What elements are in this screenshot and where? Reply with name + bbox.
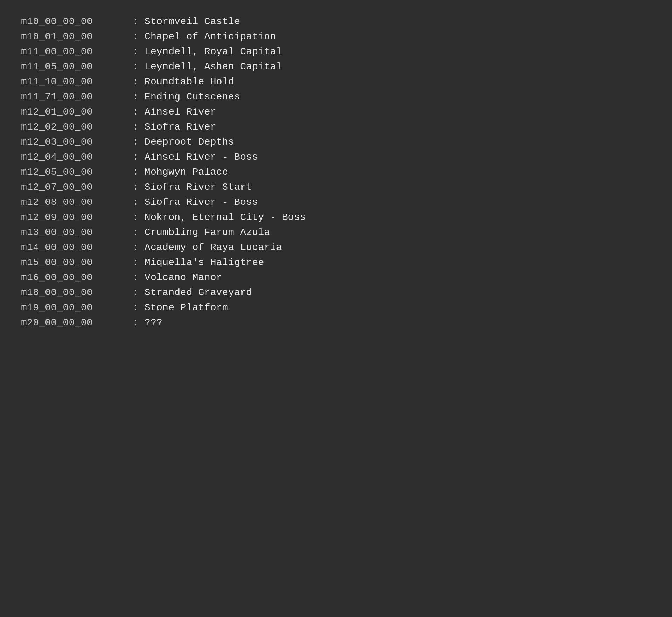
entry-value: Leyndell, Royal Capital	[145, 46, 282, 57]
list-item: m12_09_00_00: Nokron, Eternal City - Bos…	[21, 210, 651, 225]
entry-separator: :	[133, 227, 139, 238]
list-item: m12_08_00_00: Siofra River - Boss	[21, 195, 651, 210]
entry-value: Siofra River Start	[145, 182, 252, 193]
entry-key: m12_08_00_00	[21, 197, 133, 208]
entry-separator: :	[133, 302, 139, 313]
entry-separator: :	[133, 287, 139, 298]
entry-key: m10_00_00_00	[21, 16, 133, 27]
entry-key: m15_00_00_00	[21, 257, 133, 268]
entry-value: Crumbling Farum Azula	[145, 227, 270, 238]
list-item: m12_05_00_00: Mohgwyn Palace	[21, 165, 651, 180]
list-item: m18_00_00_00: Stranded Graveyard	[21, 285, 651, 300]
entry-value: Stormveil Castle	[145, 16, 240, 27]
entry-value: ???	[145, 317, 162, 328]
entry-value: Miquella's Haligtree	[145, 257, 264, 268]
entry-separator: :	[133, 182, 139, 193]
list-item: m12_01_00_00: Ainsel River	[21, 104, 651, 119]
entry-separator: :	[133, 137, 139, 147]
entry-key: m12_09_00_00	[21, 212, 133, 223]
list-item: m14_00_00_00: Academy of Raya Lucaria	[21, 240, 651, 255]
list-item: m11_05_00_00: Leyndell, Ashen Capital	[21, 59, 651, 74]
entry-key: m11_05_00_00	[21, 61, 133, 72]
entry-value: Volcano Manor	[145, 272, 222, 283]
entry-key: m11_10_00_00	[21, 76, 133, 87]
entry-key: m11_71_00_00	[21, 91, 133, 102]
entry-key: m10_01_00_00	[21, 31, 133, 42]
list-item: m12_04_00_00: Ainsel River - Boss	[21, 150, 651, 165]
entry-value: Chapel of Anticipation	[145, 31, 276, 42]
entry-separator: :	[133, 197, 139, 208]
entry-value: Stone Platform	[145, 302, 228, 313]
entry-key: m12_01_00_00	[21, 106, 133, 117]
list-item: m11_00_00_00: Leyndell, Royal Capital	[21, 44, 651, 59]
entry-key: m12_03_00_00	[21, 137, 133, 147]
entry-value: Siofra River - Boss	[145, 197, 258, 208]
entry-key: m20_00_00_00	[21, 317, 133, 328]
entry-key: m11_00_00_00	[21, 46, 133, 57]
entry-list: m10_00_00_00: Stormveil Castlem10_01_00_…	[21, 14, 651, 330]
entry-key: m12_07_00_00	[21, 182, 133, 193]
entry-key: m16_00_00_00	[21, 272, 133, 283]
entry-separator: :	[133, 91, 139, 102]
entry-value: Academy of Raya Lucaria	[145, 242, 282, 253]
entry-value: Mohgwyn Palace	[145, 167, 228, 178]
entry-value: Siofra River	[145, 122, 216, 132]
entry-value: Ending Cutscenes	[145, 91, 240, 102]
list-item: m10_00_00_00: Stormveil Castle	[21, 14, 651, 29]
list-item: m11_10_00_00: Roundtable Hold	[21, 74, 651, 89]
entry-key: m12_02_00_00	[21, 122, 133, 132]
entry-value: Nokron, Eternal City - Boss	[145, 212, 306, 223]
entry-value: Ainsel River - Boss	[145, 152, 258, 162]
entry-separator: :	[133, 317, 139, 328]
list-item: m11_71_00_00: Ending Cutscenes	[21, 89, 651, 104]
list-item: m10_01_00_00: Chapel of Anticipation	[21, 29, 651, 44]
list-item: m12_02_00_00: Siofra River	[21, 119, 651, 134]
list-item: m16_00_00_00: Volcano Manor	[21, 270, 651, 285]
list-item: m20_00_00_00: ???	[21, 315, 651, 330]
entry-separator: :	[133, 106, 139, 117]
entry-value: Stranded Graveyard	[145, 287, 252, 298]
entry-separator: :	[133, 61, 139, 72]
entry-value: Deeproot Depths	[145, 137, 234, 147]
entry-separator: :	[133, 16, 139, 27]
entry-separator: :	[133, 46, 139, 57]
entry-separator: :	[133, 242, 139, 253]
entry-key: m14_00_00_00	[21, 242, 133, 253]
entry-key: m12_04_00_00	[21, 152, 133, 162]
entry-value: Ainsel River	[145, 106, 216, 117]
entry-separator: :	[133, 152, 139, 162]
entry-separator: :	[133, 31, 139, 42]
main-container: m10_00_00_00: Stormveil Castlem10_01_00_…	[21, 14, 651, 330]
entry-key: m12_05_00_00	[21, 167, 133, 178]
entry-separator: :	[133, 122, 139, 132]
entry-separator: :	[133, 257, 139, 268]
entry-key: m13_00_00_00	[21, 227, 133, 238]
entry-key: m18_00_00_00	[21, 287, 133, 298]
entry-separator: :	[133, 167, 139, 178]
list-item: m12_03_00_00: Deeproot Depths	[21, 134, 651, 150]
entry-separator: :	[133, 212, 139, 223]
list-item: m19_00_00_00: Stone Platform	[21, 300, 651, 315]
entry-value: Leyndell, Ashen Capital	[145, 61, 282, 72]
entry-key: m19_00_00_00	[21, 302, 133, 313]
entry-separator: :	[133, 76, 139, 87]
entry-value: Roundtable Hold	[145, 76, 234, 87]
list-item: m12_07_00_00: Siofra River Start	[21, 180, 651, 195]
list-item: m13_00_00_00: Crumbling Farum Azula	[21, 225, 651, 240]
list-item: m15_00_00_00: Miquella's Haligtree	[21, 255, 651, 270]
entry-separator: :	[133, 272, 139, 283]
